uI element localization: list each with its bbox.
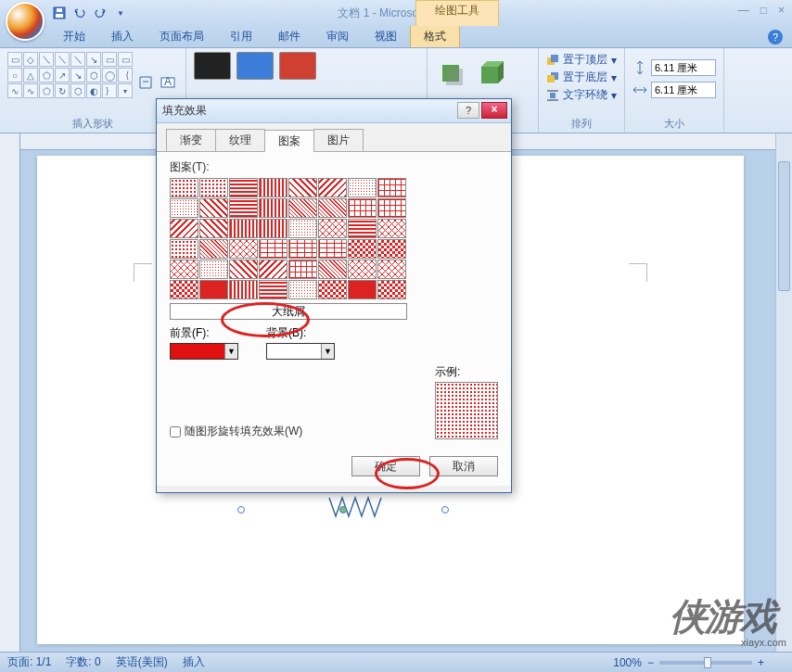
pattern-swatch[interactable]: [170, 260, 198, 279]
status-language[interactable]: 英语(美国): [116, 654, 168, 670]
pattern-swatch[interactable]: [318, 280, 347, 299]
pattern-swatch[interactable]: [288, 178, 317, 197]
cancel-button[interactable]: 取消: [429, 456, 498, 476]
dialog-tab-picture[interactable]: 图片: [313, 129, 364, 151]
tab-insert[interactable]: 插入: [98, 25, 147, 47]
text-box-icon[interactable]: A: [160, 74, 178, 93]
zoom-slider[interactable]: [659, 661, 752, 665]
pattern-swatch[interactable]: [229, 280, 258, 299]
selected-shape[interactable]: [325, 493, 390, 521]
zoom-level[interactable]: 100%: [613, 656, 642, 669]
pattern-swatch[interactable]: [170, 198, 198, 218]
pattern-swatch[interactable]: [318, 239, 347, 259]
pattern-swatch[interactable]: [229, 178, 258, 197]
pattern-swatch[interactable]: [199, 239, 228, 259]
maximize-button[interactable]: □: [760, 4, 767, 17]
pattern-swatch[interactable]: [229, 198, 258, 218]
dialog-tab-texture[interactable]: 纹理: [215, 129, 265, 151]
office-button[interactable]: [6, 2, 45, 41]
pattern-swatch[interactable]: [377, 280, 406, 299]
pattern-swatch[interactable]: [199, 280, 228, 299]
pattern-swatch[interactable]: [229, 219, 258, 238]
bring-to-front[interactable]: 置于顶层 ▾: [546, 52, 617, 68]
pattern-swatch[interactable]: [348, 219, 377, 238]
pattern-swatch[interactable]: [377, 178, 406, 197]
pattern-swatch[interactable]: [259, 219, 287, 238]
pattern-swatch[interactable]: [288, 280, 317, 299]
pattern-swatch[interactable]: [170, 239, 198, 259]
pattern-swatch[interactable]: [229, 260, 258, 279]
dialog-help-button[interactable]: ?: [457, 102, 479, 119]
style-red[interactable]: [279, 52, 316, 80]
pattern-swatch[interactable]: [318, 260, 347, 279]
pattern-swatch[interactable]: [259, 260, 287, 279]
width-input[interactable]: [651, 82, 716, 98]
tab-mail[interactable]: 邮件: [265, 25, 313, 47]
shapes-gallery[interactable]: ▭◇＼＼＼↘▭▭ ○△⬠↗↘⬡◯｛ ∿∿⬠↻⬡◐｝▾: [7, 52, 134, 98]
pattern-swatch[interactable]: [199, 198, 228, 218]
pattern-swatch[interactable]: [318, 178, 347, 197]
pattern-swatch[interactable]: [288, 198, 317, 218]
pattern-swatch[interactable]: [199, 219, 228, 238]
pattern-swatch[interactable]: [288, 239, 317, 259]
pattern-swatch[interactable]: [377, 260, 406, 279]
status-page[interactable]: 页面: 1/1: [7, 654, 51, 670]
rotate-checkbox[interactable]: 随图形旋转填充效果(W): [170, 424, 302, 439]
pattern-swatch[interactable]: [259, 198, 287, 218]
save-icon[interactable]: [50, 4, 69, 22]
minimize-button[interactable]: —: [738, 4, 749, 17]
status-insert-mode[interactable]: 插入: [183, 654, 205, 670]
pattern-swatch[interactable]: [348, 198, 377, 218]
tab-format[interactable]: 格式: [410, 24, 460, 47]
dialog-tab-pattern[interactable]: 图案: [264, 130, 314, 152]
help-icon[interactable]: ?: [768, 30, 783, 44]
shadow-icon[interactable]: [435, 57, 468, 91]
redo-icon[interactable]: [91, 4, 109, 22]
pattern-swatch[interactable]: [259, 178, 287, 197]
dialog-tab-gradient[interactable]: 渐变: [166, 129, 216, 151]
close-button[interactable]: ×: [778, 4, 785, 17]
style-blue[interactable]: [236, 52, 274, 80]
pattern-swatch[interactable]: [348, 239, 377, 259]
pattern-swatch[interactable]: [229, 239, 258, 259]
background-combo[interactable]: ▼: [266, 343, 335, 360]
pattern-swatch[interactable]: [318, 219, 347, 238]
dialog-title-bar[interactable]: 填充效果 ? ×: [157, 99, 511, 123]
pattern-swatch[interactable]: [377, 219, 406, 238]
send-to-back[interactable]: 置于底层 ▾: [546, 70, 617, 85]
tab-references[interactable]: 引用: [217, 25, 265, 47]
pattern-swatch[interactable]: [348, 260, 377, 279]
status-words[interactable]: 字数: 0: [66, 654, 100, 670]
scrollbar-thumb[interactable]: [778, 161, 790, 291]
pattern-swatch[interactable]: [170, 280, 198, 299]
tab-review[interactable]: 审阅: [313, 25, 362, 47]
pattern-swatch[interactable]: [259, 280, 287, 299]
zoom-in-button[interactable]: +: [758, 656, 764, 669]
pattern-swatch[interactable]: [170, 219, 198, 238]
pattern-swatch[interactable]: [377, 239, 406, 259]
tab-layout[interactable]: 页面布局: [147, 25, 217, 47]
zoom-out-button[interactable]: −: [647, 656, 654, 669]
foreground-combo[interactable]: ▼: [170, 343, 238, 360]
vertical-scrollbar[interactable]: [775, 133, 792, 652]
ok-button[interactable]: 确定: [351, 456, 420, 476]
text-wrap[interactable]: 文字环绕 ▾: [546, 87, 617, 103]
pattern-swatch[interactable]: [170, 178, 198, 197]
undo-icon[interactable]: [70, 4, 89, 22]
pattern-swatch[interactable]: [259, 239, 287, 259]
style-black[interactable]: [194, 52, 231, 80]
edit-shape-icon[interactable]: [137, 74, 156, 93]
pattern-swatch[interactable]: [348, 178, 377, 197]
pattern-swatch[interactable]: [288, 219, 317, 238]
tab-view[interactable]: 视图: [362, 25, 410, 47]
pattern-swatch[interactable]: [288, 260, 317, 279]
pattern-swatch[interactable]: [377, 198, 406, 218]
pattern-swatch[interactable]: [348, 280, 377, 299]
pattern-swatch[interactable]: [318, 198, 347, 218]
pattern-swatch[interactable]: [199, 178, 228, 197]
3d-icon[interactable]: [476, 57, 509, 91]
pattern-swatch[interactable]: [199, 260, 228, 279]
dialog-close-button[interactable]: ×: [481, 102, 507, 119]
height-input[interactable]: [651, 59, 716, 76]
qat-dropdown-icon[interactable]: ▼: [111, 4, 130, 22]
